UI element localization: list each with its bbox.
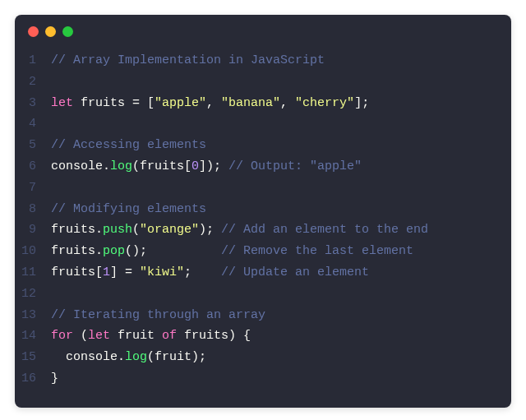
code-line: 11fruits[1] = "kiwi"; // Update an eleme…	[15, 262, 511, 284]
token-punct: ,	[280, 96, 295, 110]
token-punct: (	[73, 329, 88, 343]
token-comment: // Accessing elements	[51, 138, 206, 152]
token-punct: ]);	[199, 159, 228, 173]
line-content: fruits[1] = "kiwi"; // Update an element	[51, 262, 369, 284]
code-line: 8// Modifying elements	[15, 199, 511, 220]
maximize-icon[interactable]	[62, 26, 73, 37]
line-number: 12	[15, 284, 51, 305]
token-comment: // Iterating through an array	[51, 308, 265, 322]
token-comment: // Update an element	[221, 265, 369, 279]
token-comment: // Modifying elements	[51, 202, 206, 216]
line-number: 9	[15, 219, 51, 241]
line-content: // Iterating through an array	[51, 305, 265, 326]
line-number: 7	[15, 178, 51, 199]
line-number: 5	[15, 135, 51, 156]
line-content: fruits.push("orange"); // Add an element…	[51, 219, 428, 241]
code-line: 6console.log(fruits[0]); // Output: "app…	[15, 156, 511, 178]
token-plain: fruits[	[51, 265, 103, 279]
token-punct: ] =	[110, 265, 140, 279]
token-punct: ];	[354, 96, 369, 110]
line-content	[51, 178, 58, 199]
token-string: "kiwi"	[140, 265, 184, 279]
line-content: }	[51, 368, 58, 390]
line-content: // Array Implementation in JavaScript	[51, 50, 325, 72]
line-number: 8	[15, 199, 51, 220]
code-line: 12	[15, 284, 511, 305]
token-string: "apple"	[155, 96, 206, 110]
token-punct: = [	[132, 96, 155, 110]
line-number: 2	[15, 72, 51, 93]
line-number: 13	[15, 305, 51, 326]
code-line: 3let fruits = ["apple", "banana", "cherr…	[15, 93, 511, 114]
code-line: 13// Iterating through an array	[15, 305, 511, 326]
token-punct: ;	[184, 265, 221, 279]
token-punct: (fruits[	[132, 159, 191, 173]
code-line: 9fruits.push("orange"); // Add an elemen…	[15, 219, 511, 241]
code-line: 14for (let fruit of fruits) {	[15, 325, 511, 347]
token-punct: }	[51, 372, 58, 385]
code-window: 1// Array Implementation in JavaScript2 …	[15, 15, 511, 408]
token-keyword: let	[88, 329, 110, 343]
token-method: pop	[103, 244, 125, 258]
token-plain: console.	[51, 350, 125, 364]
code-line: 2	[15, 72, 511, 93]
token-punct: (fruit);	[147, 350, 206, 364]
line-content: for (let fruit of fruits) {	[51, 325, 251, 347]
window-titlebar	[15, 15, 511, 44]
token-keyword: for	[51, 329, 73, 343]
code-line: 4	[15, 113, 511, 135]
code-line: 16}	[15, 368, 511, 390]
token-string: "banana"	[221, 96, 280, 110]
line-number: 16	[15, 368, 51, 390]
line-number: 3	[15, 93, 51, 114]
line-content: console.log(fruits[0]); // Output: "appl…	[51, 156, 362, 178]
line-content: // Accessing elements	[51, 135, 206, 156]
line-number: 10	[15, 241, 51, 262]
token-punct: );	[199, 223, 221, 237]
code-block: 1// Array Implementation in JavaScript2 …	[15, 44, 511, 408]
token-punct: ();	[125, 244, 221, 258]
line-number: 11	[15, 262, 51, 284]
code-line: 10fruits.pop(); // Remove the last eleme…	[15, 241, 511, 262]
token-plain: console.	[51, 159, 110, 173]
line-content: console.log(fruit);	[51, 347, 206, 368]
code-line: 1// Array Implementation in JavaScript	[15, 50, 511, 72]
token-plain: fruits	[177, 329, 228, 343]
token-method: log	[110, 159, 132, 173]
token-plain: fruits	[73, 96, 132, 110]
token-keyword: let	[51, 96, 73, 110]
token-comment: // Array Implementation in JavaScript	[51, 53, 325, 67]
token-comment: // Add an element to the end	[221, 223, 428, 237]
token-plain: fruits.	[51, 244, 103, 258]
token-plain: fruit	[110, 329, 162, 343]
code-line: 7	[15, 178, 511, 199]
close-icon[interactable]	[28, 26, 39, 37]
token-string: "cherry"	[295, 96, 354, 110]
line-content: // Modifying elements	[51, 199, 206, 220]
token-number: 1	[103, 265, 110, 279]
line-number: 14	[15, 325, 51, 347]
token-punct: ) {	[228, 329, 251, 343]
token-keyword: of	[162, 329, 177, 343]
code-line: 15 console.log(fruit);	[15, 347, 511, 368]
token-comment: // Output: "apple"	[228, 159, 362, 173]
line-content	[51, 72, 58, 93]
line-number: 15	[15, 347, 51, 368]
token-punct: ,	[206, 96, 221, 110]
line-content: fruits.pop(); // Remove the last element	[51, 241, 413, 262]
code-line: 5// Accessing elements	[15, 135, 511, 156]
line-content	[51, 113, 58, 135]
token-comment: // Remove the last element	[221, 244, 413, 258]
token-plain: fruits.	[51, 223, 103, 237]
token-string: "orange"	[140, 223, 199, 237]
token-method: push	[103, 223, 132, 237]
line-number: 6	[15, 156, 51, 178]
token-method: log	[125, 350, 147, 364]
line-content	[51, 284, 58, 305]
line-number: 1	[15, 50, 51, 72]
line-number: 4	[15, 113, 51, 135]
token-number: 0	[191, 159, 199, 173]
token-punct: (	[132, 223, 140, 237]
minimize-icon[interactable]	[45, 26, 56, 37]
line-content: let fruits = ["apple", "banana", "cherry…	[51, 93, 369, 114]
